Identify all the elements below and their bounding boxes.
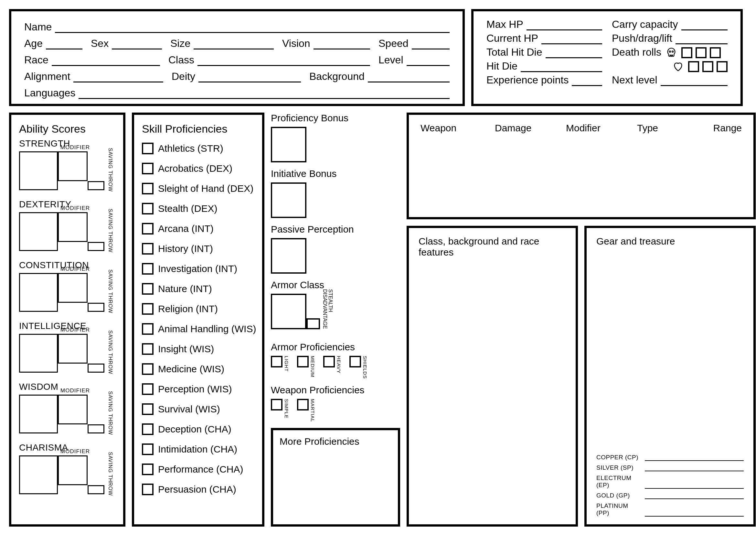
skill-checkbox-12[interactable] — [142, 383, 153, 395]
ability-score-box-0[interactable] — [19, 152, 58, 190]
name-input[interactable] — [55, 22, 449, 33]
currency-input-0[interactable] — [645, 454, 744, 461]
death-save-1[interactable] — [688, 61, 699, 72]
ability-mod-box-4[interactable] — [58, 395, 88, 424]
skill-checkbox-17[interactable] — [142, 484, 153, 495]
skill-label-0: Athletics (STR) — [158, 143, 223, 154]
skill-checkbox-8[interactable] — [142, 303, 153, 315]
armor-prof-1[interactable] — [297, 356, 309, 367]
deity-input[interactable] — [199, 71, 301, 82]
weapon-col-range: Range — [702, 123, 742, 134]
ability-score-box-5[interactable] — [19, 455, 58, 494]
death-fail-2[interactable] — [695, 47, 707, 58]
size-input[interactable] — [194, 39, 274, 49]
skill-label-6: Investigation (INT) — [158, 263, 237, 274]
skill-checkbox-5[interactable] — [142, 243, 153, 255]
profbonus-label: Proficiency Bonus — [271, 113, 400, 124]
skill-checkbox-16[interactable] — [142, 464, 153, 475]
weapon-prof-1[interactable] — [297, 399, 309, 410]
death-save-3[interactable] — [716, 61, 728, 72]
skill-checkbox-11[interactable] — [142, 363, 153, 375]
sex-input[interactable] — [112, 39, 162, 49]
skill-checkbox-3[interactable] — [142, 203, 153, 214]
saving-throw-box-2[interactable] — [88, 303, 104, 312]
weapons-panel: Weapon Damage Modifier Type Range — [407, 113, 756, 219]
carry-label: Carry capacity — [612, 18, 678, 30]
hitdie-input[interactable] — [521, 61, 602, 72]
skill-checkbox-1[interactable] — [142, 163, 153, 174]
alignment-input[interactable] — [73, 71, 163, 82]
ability-score-box-2[interactable] — [19, 273, 58, 312]
death-fail-3[interactable] — [710, 47, 721, 58]
speed-input[interactable] — [412, 39, 449, 49]
armor-prof-0[interactable] — [271, 356, 283, 367]
ability-score-box-4[interactable] — [19, 395, 58, 434]
initbonus-box[interactable] — [271, 183, 307, 218]
skill-checkbox-14[interactable] — [142, 423, 153, 435]
ability-mod-box-1[interactable] — [58, 212, 88, 242]
saving-throw-label: SAVING THROW — [107, 391, 113, 435]
currency-input-2[interactable] — [645, 482, 744, 489]
currency-input-3[interactable] — [645, 492, 744, 499]
ac-box[interactable] — [271, 294, 307, 329]
ability-score-box-1[interactable] — [19, 212, 58, 251]
maxhp-input[interactable] — [526, 19, 602, 30]
sex-label: Sex — [91, 38, 109, 49]
ability-mod-box-2[interactable] — [58, 273, 88, 303]
currenthp-label: Current HP — [486, 32, 538, 44]
death-save-2[interactable] — [702, 61, 713, 72]
ability-score-box-3[interactable] — [19, 334, 58, 373]
saving-throw-box-0[interactable] — [88, 181, 104, 190]
armor-prof-3[interactable] — [349, 356, 361, 367]
currency-label-3: GOLD (GP) — [596, 492, 642, 499]
header-panel: Name Age Sex Size Vision Speed Race Clas… — [9, 9, 465, 106]
ability-title: Ability Scores — [19, 123, 117, 135]
weapon-prof-0[interactable] — [271, 399, 283, 410]
stealth-disadvantage-box[interactable] — [307, 318, 320, 329]
size-label: Size — [170, 38, 190, 49]
saving-throw-box-5[interactable] — [88, 485, 104, 494]
skill-checkbox-0[interactable] — [142, 143, 153, 154]
skill-checkbox-15[interactable] — [142, 443, 153, 455]
currency-label-0: COPPER (CP) — [596, 454, 642, 461]
languages-input[interactable] — [79, 88, 449, 99]
death-fail-1[interactable] — [681, 47, 692, 58]
ability-mod-box-3[interactable] — [58, 334, 88, 364]
armor-prof-2[interactable] — [323, 356, 335, 367]
ability-mod-box-5[interactable] — [58, 455, 88, 485]
background-input[interactable] — [368, 71, 449, 82]
profbonus-box[interactable] — [271, 127, 307, 162]
skill-label-1: Acrobatics (DEX) — [158, 163, 232, 174]
saving-throw-label: SAVING THROW — [107, 148, 113, 192]
next-input[interactable] — [661, 75, 728, 86]
armorprof-label: Armor Proficiencies — [271, 342, 400, 352]
carry-input[interactable] — [681, 19, 728, 30]
currenthp-input[interactable] — [541, 33, 602, 44]
skill-checkbox-2[interactable] — [142, 183, 153, 194]
skill-label-11: Medicine (WIS) — [158, 364, 224, 375]
heart-icon — [673, 61, 684, 72]
ability-mod-box-0[interactable] — [58, 152, 88, 181]
saving-throw-box-4[interactable] — [88, 424, 104, 434]
skill-checkbox-13[interactable] — [142, 403, 153, 415]
currency-input-4[interactable] — [645, 509, 744, 517]
skill-checkbox-9[interactable] — [142, 323, 153, 335]
age-input[interactable] — [46, 39, 82, 49]
vision-input[interactable] — [313, 39, 370, 49]
skill-checkbox-10[interactable] — [142, 343, 153, 355]
skill-checkbox-7[interactable] — [142, 283, 153, 295]
skill-checkbox-4[interactable] — [142, 223, 153, 235]
level-input[interactable] — [407, 55, 450, 66]
totalhd-input[interactable] — [546, 47, 603, 58]
race-input[interactable] — [52, 55, 160, 66]
saving-throw-box-3[interactable] — [88, 364, 104, 373]
xp-input[interactable] — [572, 75, 602, 86]
push-input[interactable] — [676, 33, 728, 44]
weapon-col-modifier: Modifier — [566, 123, 634, 134]
saving-throw-box-1[interactable] — [88, 242, 104, 251]
passive-box[interactable] — [271, 238, 307, 274]
currency-input-1[interactable] — [645, 464, 744, 471]
skill-checkbox-6[interactable] — [142, 263, 153, 275]
class-input[interactable] — [198, 55, 370, 66]
maxhp-label: Max HP — [486, 18, 523, 30]
